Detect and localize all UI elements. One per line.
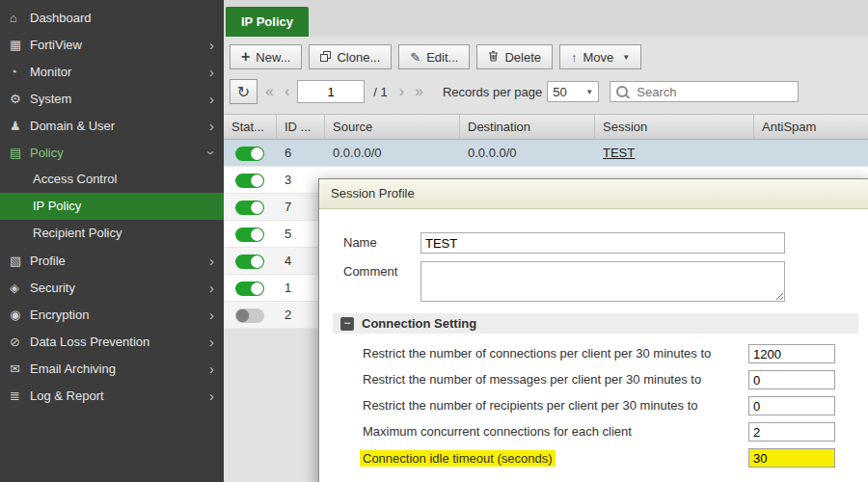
- refresh-button[interactable]: ↻: [230, 79, 258, 104]
- records-per-page-label: Records per page: [443, 85, 542, 99]
- chevron-down-icon: ›: [204, 150, 219, 155]
- max-concurrent-label: Maximum concurrent connections for each …: [363, 424, 632, 439]
- chevron-right-icon: ›: [209, 38, 214, 52]
- chevron-right-icon: ›: [209, 254, 214, 268]
- recipients-limit-input[interactable]: [748, 396, 835, 415]
- column-header-destination[interactable]: Destination: [460, 115, 595, 139]
- lock-icon: ◉: [10, 308, 30, 322]
- caret-down-icon: ▼: [622, 53, 630, 62]
- envelope-icon: ✉: [10, 362, 30, 376]
- connections-limit-label: Restrict the number of connections per c…: [363, 346, 711, 361]
- chevron-right-icon: ›: [209, 65, 214, 79]
- name-input[interactable]: [420, 232, 785, 254]
- last-page-button[interactable]: »: [412, 83, 426, 100]
- clone-button-label: Clone...: [337, 50, 380, 65]
- move-button[interactable]: ↑ Move ▼: [559, 44, 641, 69]
- toolbar: + New... Clone... ✎ Edit... Delete ↑: [224, 37, 868, 77]
- session-profile-link[interactable]: TEST: [603, 146, 635, 160]
- chevron-right-icon: ›: [209, 335, 214, 349]
- connections-limit-input[interactable]: [748, 344, 835, 363]
- sidebar-item-dashboard[interactable]: ⌂ Dashboard: [0, 4, 224, 31]
- chevron-right-icon: ›: [209, 92, 214, 106]
- messages-limit-input[interactable]: [748, 370, 835, 389]
- caret-down-icon: ▼: [585, 88, 593, 96]
- sidebar-item-encryption[interactable]: ◉ Encryption ›: [0, 301, 224, 328]
- next-page-button[interactable]: ›: [396, 83, 407, 100]
- column-header-session[interactable]: Session: [595, 115, 754, 139]
- idle-timeout-label: Connection idle timeout (seconds): [360, 450, 556, 467]
- chevron-right-icon: ›: [209, 308, 214, 322]
- sidebar-item-log-report[interactable]: ≣ Log & Report ›: [0, 382, 224, 409]
- sidebar-item-email-archiving[interactable]: ✉ Email Archiving ›: [0, 355, 224, 382]
- prev-page-button[interactable]: ‹: [282, 83, 292, 100]
- trash-icon: [488, 50, 499, 64]
- chevron-right-icon: ›: [209, 119, 214, 133]
- sidebar-item-data-loss-prevention[interactable]: ⊘ Data Loss Prevention ›: [0, 328, 224, 355]
- messages-limit-label: Restrict the number of messages per clie…: [363, 372, 701, 387]
- clone-button[interactable]: Clone...: [309, 44, 392, 69]
- monitor-icon: ◔: [10, 65, 30, 79]
- status-toggle-on[interactable]: [235, 228, 264, 242]
- column-header-id[interactable]: ID ...: [277, 115, 325, 139]
- records-per-page-select[interactable]: 50 ▼: [547, 81, 599, 102]
- sidebar-item-label: Policy: [30, 146, 209, 160]
- search-box: [610, 81, 799, 102]
- status-toggle-on[interactable]: [235, 254, 264, 269]
- tab-ip-policy[interactable]: IP Policy: [226, 7, 309, 37]
- status-toggle-on[interactable]: [235, 281, 264, 296]
- column-header-source[interactable]: Source: [325, 115, 460, 139]
- cell-id: 6: [277, 146, 325, 160]
- sidebar-item-domain-user[interactable]: ♟ Domain & User ›: [0, 112, 224, 139]
- user-icon: ♟: [10, 119, 30, 133]
- plus-icon: +: [241, 49, 250, 65]
- first-page-button[interactable]: «: [262, 83, 277, 100]
- sidebar-item-security[interactable]: ◈ Security ›: [0, 274, 224, 301]
- profile-icon: ▧: [10, 254, 30, 268]
- sidebar-item-label: Dashboard: [30, 11, 214, 25]
- delete-button-label: Delete: [504, 50, 541, 65]
- tab-bar: IP Policy: [224, 0, 868, 37]
- sidebar-item-monitor[interactable]: ◔ Monitor ›: [0, 58, 224, 85]
- column-header-antispam[interactable]: AntiSpam: [754, 115, 868, 139]
- sidebar-item-fortiview[interactable]: ▦ FortiView ›: [0, 31, 224, 58]
- move-button-label: Move: [583, 50, 614, 65]
- sidebar-item-recipient-policy[interactable]: Recipient Policy: [0, 220, 224, 247]
- search-input[interactable]: [635, 84, 792, 100]
- form-row: Restrict the number of recipients per cl…: [319, 393, 868, 419]
- new-button[interactable]: + New...: [230, 44, 302, 69]
- edit-button[interactable]: ✎ Edit...: [398, 44, 470, 69]
- form-row: Restrict the number of connections per c…: [319, 341, 868, 367]
- idle-timeout-input[interactable]: [748, 448, 835, 468]
- dlp-icon: ⊘: [10, 335, 30, 349]
- sidebar-item-profile[interactable]: ▧ Profile ›: [0, 247, 224, 274]
- cell-source: 0.0.0.0/0: [325, 146, 460, 160]
- page-total-label: / 1: [373, 85, 387, 99]
- records-per-page-value: 50: [553, 85, 566, 99]
- collapse-icon[interactable]: −: [340, 317, 354, 331]
- app-window: ⌂ Dashboard ▦ FortiView › ◔ Monitor › ⚙ …: [0, 0, 868, 482]
- comment-textarea[interactable]: [420, 261, 785, 302]
- sidebar-item-access-control[interactable]: Access Control: [0, 166, 224, 193]
- status-toggle-off[interactable]: [235, 308, 264, 323]
- name-label: Name: [343, 232, 420, 250]
- form-row: Restrict the number of messages per clie…: [319, 367, 868, 393]
- delete-button[interactable]: Delete: [476, 44, 553, 69]
- sidebar-item-label: Data Loss Prevention: [30, 335, 209, 349]
- dialog-title: Session Profile: [319, 179, 868, 209]
- status-toggle-on[interactable]: [235, 201, 264, 215]
- status-toggle-on[interactable]: [235, 174, 264, 188]
- sidebar-item-ip-policy[interactable]: IP Policy: [0, 193, 224, 220]
- page-number-input[interactable]: [297, 80, 365, 103]
- pencil-icon: ✎: [410, 51, 420, 64]
- fortiview-icon: ▦: [10, 38, 30, 52]
- column-header-status[interactable]: Stat...: [224, 115, 277, 139]
- pagination-bar: ↻ « ‹ / 1 › » Records per page 50 ▼: [224, 77, 868, 114]
- sidebar-item-system[interactable]: ⚙ System ›: [0, 85, 224, 112]
- table-header: Stat... ID ... Source Destination Sessio…: [224, 114, 868, 140]
- table-row[interactable]: 6 0.0.0.0/0 0.0.0.0/0 TEST: [224, 140, 868, 167]
- max-concurrent-input[interactable]: [748, 422, 835, 442]
- dialog-body: Name Comment − Connection Setting Restri…: [319, 209, 868, 471]
- connection-setting-section: − Connection Setting: [333, 313, 858, 334]
- status-toggle-on[interactable]: [235, 147, 264, 161]
- sidebar-item-policy[interactable]: ▤ Policy ›: [0, 139, 224, 166]
